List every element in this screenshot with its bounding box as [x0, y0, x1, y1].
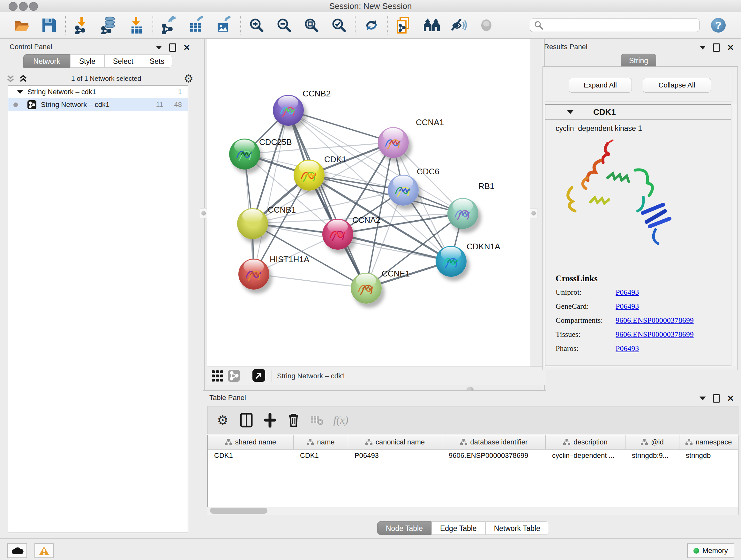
search-box[interactable] [530, 18, 699, 32]
export-table-icon[interactable] [188, 16, 205, 34]
column-header--id[interactable]: @id [625, 435, 679, 449]
column-header-name[interactable]: name [293, 435, 348, 449]
add-column-icon[interactable] [261, 412, 279, 428]
string-home-icon[interactable] [422, 16, 441, 34]
panel-float-icon[interactable] [713, 44, 720, 52]
import-database-icon[interactable] [100, 16, 118, 34]
node-CCNB1[interactable] [237, 208, 268, 239]
column-header-namespace[interactable]: namespace [679, 435, 738, 449]
panel-menu-icon[interactable] [156, 46, 162, 50]
crosslink-link[interactable]: P06493 [616, 344, 639, 353]
tab-edge-table[interactable]: Edge Table [431, 521, 485, 535]
edge-HIST1H1A-CCNE1[interactable] [254, 274, 366, 288]
import-table-icon[interactable] [128, 16, 145, 34]
tab-select[interactable]: Select [105, 54, 142, 68]
collapse-all-icon[interactable] [5, 74, 16, 83]
right-splitter-handle[interactable] [530, 208, 537, 219]
scrollbar-thumb[interactable] [210, 508, 267, 514]
cloud-button[interactable] [7, 543, 27, 558]
expand-all-icon[interactable] [18, 74, 29, 83]
delete-table-icon[interactable] [308, 412, 327, 428]
delete-column-icon[interactable] [284, 412, 303, 428]
column-header-database-identifier[interactable]: database identifier [442, 435, 546, 449]
export-image-icon[interactable] [215, 16, 233, 34]
panel-float-icon[interactable] [169, 44, 176, 52]
panel-close-icon[interactable]: ✕ [727, 44, 734, 51]
node-CCNA2[interactable] [322, 219, 353, 250]
cell-database-identifier[interactable]: 9606.ENSP00000378699 [442, 451, 546, 460]
column-header-description[interactable]: description [546, 435, 625, 449]
node-CDK1[interactable] [293, 160, 325, 191]
zoom-out-icon[interactable] [275, 16, 293, 34]
cell-shared-name[interactable]: CDK1 [208, 451, 293, 460]
network-collection-row[interactable]: String Network – cdk1 1 [8, 85, 188, 98]
edge-CCNB2-HIST1H1A[interactable] [254, 110, 288, 274]
graphics-details-icon[interactable] [450, 16, 468, 34]
tab-node-table[interactable]: Node Table [377, 521, 431, 535]
horizontal-splitter-handle[interactable] [467, 387, 474, 391]
cell-namespace[interactable]: stringdb [679, 451, 738, 460]
birds-eye-view-icon[interactable] [253, 369, 266, 383]
crosslink-link[interactable]: 9606.ENSP00000378699 [616, 330, 694, 339]
tab-network[interactable]: Network [23, 54, 70, 68]
show-columns-icon[interactable] [237, 412, 256, 428]
search-input[interactable] [543, 21, 695, 30]
zoom-in-icon[interactable] [248, 16, 266, 34]
table-options-gear-icon[interactable]: ⚙ [213, 412, 232, 428]
panel-float-icon[interactable] [713, 394, 720, 402]
warnings-button[interactable] [35, 543, 54, 558]
tab-string[interactable]: String [621, 54, 656, 67]
zoom-fit-icon[interactable] [302, 16, 320, 34]
zoom-selected-icon[interactable] [330, 16, 348, 34]
column-header-canonical-name[interactable]: canonical name [348, 435, 442, 449]
node-CDC25B[interactable] [229, 138, 260, 170]
edge-CCNA2-CDKN1A[interactable] [338, 234, 451, 261]
network-options-gear-icon[interactable]: ⚙ [184, 73, 193, 84]
function-builder-icon[interactable]: f(x) [332, 412, 350, 428]
tab-network-table[interactable]: Network Table [485, 521, 549, 535]
crosslink-link[interactable]: 9606.ENSP00000378699 [616, 316, 694, 325]
export-network-icon[interactable] [160, 16, 178, 34]
import-network-icon[interactable] [73, 16, 91, 34]
panel-menu-icon[interactable] [699, 46, 706, 50]
duplicate-network-icon[interactable] [395, 16, 413, 34]
cell-description[interactable]: cyclin–dependent ... [546, 451, 625, 460]
panel-close-icon[interactable]: ✕ [183, 44, 190, 51]
panel-close-icon[interactable]: ✕ [727, 395, 734, 401]
network-canvas[interactable]: CCNB2CCNA1CDC25BCDK1CDC6RB1CCNB1CCNA2CDK… [207, 39, 530, 367]
expand-all-button[interactable]: Expand All [569, 78, 632, 92]
results-scrollbar[interactable] [731, 105, 736, 366]
cell-name[interactable]: CDK1 [293, 451, 348, 460]
save-icon[interactable] [40, 16, 58, 34]
node-CCNA1[interactable] [378, 127, 409, 158]
refresh-icon[interactable] [362, 16, 381, 34]
node-HIST1H1A[interactable] [239, 259, 269, 290]
column-header-shared-name[interactable]: shared name [208, 435, 293, 449]
show-hide-icon[interactable] [477, 16, 495, 34]
crosslink-link[interactable]: P06493 [616, 302, 639, 311]
grid-view-icon[interactable] [211, 369, 225, 383]
table-horizontal-scrollbar[interactable] [207, 507, 738, 515]
collapse-all-button[interactable]: Collapse All [643, 78, 711, 92]
cell-canonical-name[interactable]: P06493 [348, 451, 442, 460]
panel-menu-icon[interactable] [699, 396, 706, 400]
help-icon[interactable]: ? [711, 18, 726, 33]
node-CDKN1A[interactable] [435, 246, 467, 277]
node-RB1[interactable] [448, 198, 478, 229]
node-CCNE1[interactable] [351, 273, 382, 304]
edge-CCNB2-CCNA1[interactable] [288, 110, 393, 142]
node-CDC6[interactable] [388, 175, 419, 206]
crosslink-link[interactable]: P06493 [616, 288, 639, 297]
node-CCNB2[interactable] [273, 95, 304, 126]
cell--id[interactable]: stringdb:9... [625, 451, 679, 460]
gene-section-header[interactable]: CDK1 [545, 105, 732, 120]
open-folder-icon[interactable] [13, 16, 30, 34]
table-row[interactable]: CDK1CDK1P064939606.ENSP00000378699cyclin… [208, 449, 738, 462]
tab-style[interactable]: Style [70, 54, 105, 68]
network-share-icon[interactable] [228, 369, 242, 383]
left-splitter-handle[interactable] [200, 208, 207, 219]
tree-expander-icon[interactable] [17, 90, 23, 94]
memory-button[interactable]: Memory [687, 543, 734, 558]
tab-sets[interactable]: Sets [142, 54, 172, 68]
network-row-selected[interactable]: String Network – cdk1 11 48 [8, 98, 188, 111]
